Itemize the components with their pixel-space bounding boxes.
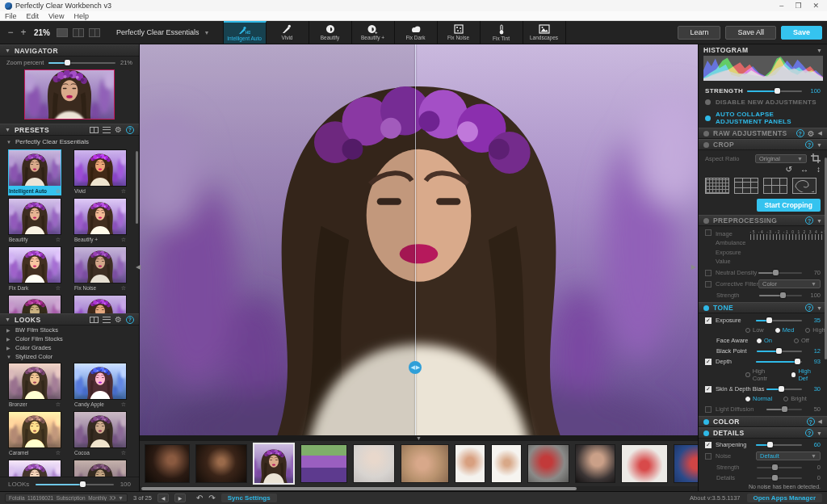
navigator-header[interactable]: ▼ NAVIGATOR	[0, 44, 139, 57]
color-header[interactable]: COLOR ? ◀	[699, 416, 827, 427]
help-icon[interactable]: ?	[126, 316, 134, 324]
redo-icon[interactable]: ↷	[208, 494, 215, 502]
preset-tile-vivid[interactable]: Vivid☆	[73, 149, 127, 195]
strength-slider[interactable]	[747, 87, 802, 94]
skin-depth-bias-slider[interactable]	[766, 385, 802, 393]
aspect-ratio-dropdown[interactable]: Original ▼	[755, 154, 807, 163]
preset-tile-partial[interactable]	[8, 295, 61, 313]
preprocessing-strength-slider[interactable]	[759, 292, 802, 299]
learn-button[interactable]: Learn	[678, 26, 720, 40]
presets-header[interactable]: ▼ PRESETS ⚙ ?	[0, 124, 139, 136]
collapse-triangle-icon[interactable]: ▼	[817, 48, 822, 53]
minimize-button[interactable]: –	[779, 0, 783, 11]
filmstrip-thumb-8[interactable]	[491, 444, 522, 483]
toolbar-preset-beautify-plus[interactable]: + Beautify +	[352, 21, 395, 44]
thumbnail-view-icon[interactable]	[90, 317, 99, 323]
toolbar-preset-fix-dark[interactable]: Fix Dark	[395, 21, 438, 44]
start-cropping-button[interactable]: Start Cropping	[757, 199, 821, 212]
look-tile-partial[interactable]	[8, 460, 61, 477]
preset-tile-intelligent-auto[interactable]: Intelligent Auto☆	[8, 149, 61, 195]
corrective-filter-checkbox[interactable]	[705, 281, 712, 288]
noise-strength-slider[interactable]	[757, 464, 802, 471]
image-ambulance-checkbox[interactable]	[705, 229, 712, 236]
list-view-icon[interactable]	[103, 127, 111, 133]
filmstrip-thumb-1[interactable]	[145, 444, 190, 483]
look-tile-caramel[interactable]: Caramel☆	[8, 411, 61, 457]
preset-group-dropdown[interactable]: Perfectly Clear Essentials▼	[110, 28, 216, 36]
favorite-star-icon[interactable]: ☆	[121, 237, 126, 243]
favorite-star-icon[interactable]: ☆	[121, 401, 126, 408]
toolbar-preset-beautify[interactable]: Beautify	[309, 21, 352, 44]
noise-details-slider[interactable]	[757, 474, 802, 481]
looks-group-bw-film[interactable]: ▶BW Film Stocks	[0, 326, 139, 334]
crop-header[interactable]: CROP ? ▼	[699, 139, 827, 150]
next-image-button[interactable]: ▶	[174, 494, 186, 502]
sync-settings-button[interactable]: Sync Settings	[221, 494, 277, 502]
favorite-star-icon[interactable]: ☆	[56, 401, 61, 408]
preset-tile-beautify[interactable]: Beautify☆	[8, 198, 61, 244]
face-aware-on-radio[interactable]: On	[757, 337, 772, 344]
skin-bright-radio[interactable]: Bright	[783, 395, 807, 402]
skin-normal-radio[interactable]: Normal	[745, 395, 772, 402]
collapse-triangle-icon[interactable]: ▼	[817, 218, 822, 224]
undo-icon[interactable]: ↶	[196, 494, 203, 502]
noise-dropdown[interactable]: Default ▼	[756, 452, 821, 460]
exposure-high-radio[interactable]: High	[805, 326, 825, 334]
looks-header[interactable]: ▼ LOOKS ⚙ ?	[0, 313, 139, 326]
light-diffusion-checkbox[interactable]	[705, 406, 712, 413]
preset-tile-beautify-plus[interactable]: Beautify +☆	[73, 198, 127, 244]
help-icon[interactable]: ?	[805, 216, 813, 225]
look-tile-cocoa[interactable]: Cocoa☆	[73, 411, 127, 457]
collapse-triangle-icon[interactable]: ▼	[817, 142, 822, 148]
sharpening-checkbox[interactable]: ✓	[705, 442, 712, 448]
favorite-star-icon[interactable]: ☆	[56, 450, 61, 456]
filmstrip-thumb-2[interactable]	[195, 444, 247, 483]
view-single-button[interactable]	[57, 28, 68, 37]
zoom-out-button[interactable]: −	[6, 27, 15, 38]
exposure-value-ruler[interactable]: -5 -4 -3 -2 -1 0 1 2 3 4 +5	[750, 229, 827, 240]
collapse-triangle-icon[interactable]: ▼	[817, 430, 822, 436]
favorite-star-icon[interactable]: ☆	[56, 237, 61, 243]
preset-tile-partial[interactable]	[73, 295, 127, 313]
help-icon[interactable]: ?	[805, 429, 813, 437]
crop-grid-golden-spiral-button[interactable]	[792, 178, 817, 194]
depth-high-def-radio[interactable]: High Def	[791, 368, 821, 382]
look-tile-candy-apple[interactable]: Candy Apple☆	[73, 363, 127, 409]
crop-grid-fine-button[interactable]	[705, 178, 729, 194]
preset-tile-fix-dark[interactable]: Fix Dark☆	[8, 246, 61, 292]
menu-edit[interactable]: Edit	[27, 12, 40, 20]
collapse-left-sidebar-arrow[interactable]: ◀	[136, 263, 141, 271]
save-all-button[interactable]: Save All	[725, 26, 776, 40]
gear-icon[interactable]: ⚙	[115, 316, 122, 323]
flip-vertical-icon[interactable]: ↕	[817, 165, 821, 174]
filmstrip-thumb-9[interactable]	[527, 444, 569, 483]
collapse-triangle-icon[interactable]: ◀	[818, 418, 822, 425]
view-sidebyside-button[interactable]	[89, 28, 100, 37]
neutral-density-slider[interactable]	[758, 269, 802, 276]
help-icon[interactable]: ?	[807, 418, 815, 426]
filmstrip-thumb-10[interactable]	[575, 444, 615, 483]
look-tile-bronzer[interactable]: Bronzer☆	[8, 363, 61, 409]
auto-collapse-toggle[interactable]: AUTO COLLAPSE ADJUSTMENT PANELS	[699, 108, 827, 128]
filmstrip-scrollbar[interactable]	[140, 486, 698, 491]
skin-depth-bias-checkbox[interactable]: ✓	[705, 386, 712, 393]
favorite-star-icon[interactable]: ☆	[56, 285, 61, 292]
filmstrip-thumb-7[interactable]	[455, 444, 485, 483]
close-button[interactable]: ✕	[812, 0, 819, 11]
filmstrip-collapse-chevron[interactable]: ▼	[140, 435, 698, 441]
help-icon[interactable]: ?	[805, 304, 813, 312]
favorite-star-icon[interactable]: ☆	[121, 450, 126, 456]
depth-checkbox[interactable]: ✓	[705, 359, 712, 365]
exposure-med-radio[interactable]: Med	[775, 326, 795, 334]
previous-image-button[interactable]: ◀	[157, 494, 169, 502]
presets-group-row[interactable]: ▼ Perfectly Clear Essentials	[0, 136, 139, 148]
filmstrip-thumb-12[interactable]	[674, 444, 698, 483]
looks-group-color-film[interactable]: ▶Color Film Stocks	[0, 334, 139, 343]
view-split-button[interactable]	[73, 28, 84, 37]
favorite-star-icon[interactable]: ☆	[121, 285, 126, 292]
filename-dropdown[interactable]: Fotolia_116196021_Subscription_Monthly_X…	[5, 494, 128, 502]
rotate-icon[interactable]: ↺	[786, 165, 792, 174]
filmstrip-thumb-6[interactable]	[401, 444, 449, 483]
depth-high-contrast-radio[interactable]: High Contr	[745, 368, 780, 382]
flip-horizontal-icon[interactable]: ↔	[800, 165, 808, 174]
